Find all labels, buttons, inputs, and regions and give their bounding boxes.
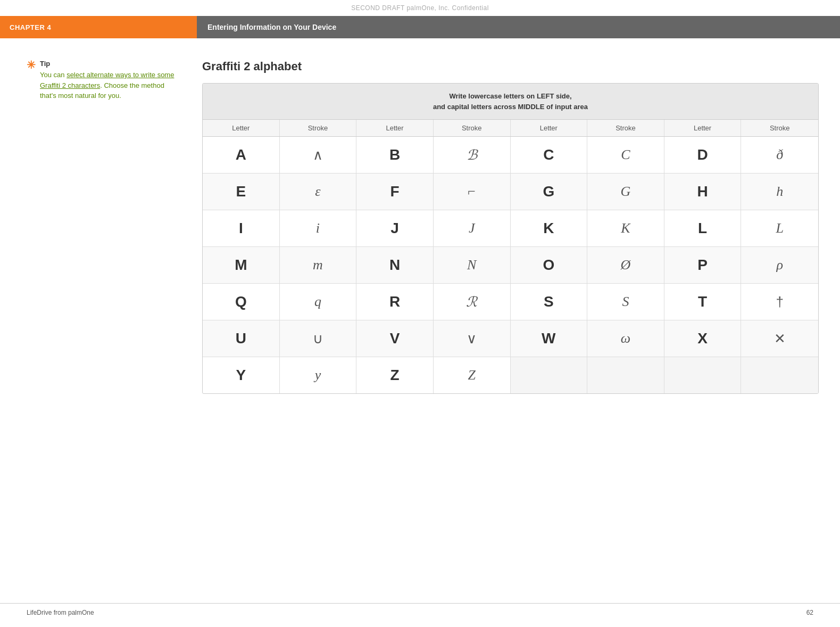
col-header-6: Letter (664, 120, 742, 136)
chapter-bar: CHAPTER 4 Entering Information on Your D… (0, 16, 840, 38)
cell-Z-letter: Z (356, 357, 434, 393)
cell-G-stroke: G (587, 174, 664, 210)
cell-Q-stroke: q (280, 284, 357, 320)
col-header-5: Stroke (587, 120, 664, 136)
cell-T-letter: T (664, 284, 742, 320)
cell-F-letter: F (356, 174, 434, 210)
cell-T-stroke: † (741, 284, 818, 320)
alphabet-table: Write lowercase letters on LEFT side, an… (202, 83, 819, 394)
cell-O-letter: O (511, 247, 588, 283)
cell-B-stroke: ℬ (434, 137, 511, 173)
sidebar: ✳ Tip You can select alternate ways to w… (0, 60, 197, 394)
cell-empty-1 (511, 357, 588, 393)
tip-asterisk-icon: ✳ (27, 59, 36, 71)
content-area: Graffiti 2 alphabet Write lowercase lett… (197, 60, 840, 394)
cell-K-stroke: K (587, 210, 664, 246)
cell-I-letter: I (203, 210, 280, 246)
table-row: Q q R ℛ S S T † (203, 284, 818, 320)
table-row: A ∧ B ℬ C C D ð (203, 137, 818, 174)
cell-B-letter: B (356, 137, 434, 173)
chapter-title: Entering Information on Your Device (197, 16, 840, 38)
cell-R-letter: R (356, 284, 434, 320)
col-header-7: Stroke (741, 120, 818, 136)
cell-U-stroke: ∪ (280, 320, 357, 357)
cell-M-letter: M (203, 247, 280, 283)
cell-N-letter: N (356, 247, 434, 283)
col-header-3: Stroke (434, 120, 511, 136)
cell-F-stroke: ⌐ (434, 174, 511, 210)
cell-S-letter: S (511, 284, 588, 320)
cell-S-stroke: S (587, 284, 664, 320)
footer-left: LifeDrive from palmOne (27, 609, 94, 616)
cell-C-letter: C (511, 137, 588, 173)
cell-M-stroke: m (280, 247, 357, 283)
col-header-1: Stroke (280, 120, 357, 136)
cell-L-stroke: L (741, 210, 818, 246)
cell-Y-stroke: y (280, 357, 357, 393)
cell-Q-letter: Q (203, 284, 280, 320)
col-header-0: Letter (203, 120, 280, 136)
tip-link[interactable]: select alternate ways to write some Graf… (40, 71, 174, 89)
tip-label: Tip (40, 60, 181, 68)
cell-W-letter: W (511, 320, 588, 357)
cell-X-stroke: ✕ (741, 320, 818, 357)
cell-J-letter: J (356, 210, 434, 246)
cell-H-stroke: h (741, 174, 818, 210)
cell-A-stroke: ∧ (280, 137, 357, 173)
cell-empty-4 (741, 357, 818, 393)
table-row: M m N N O Ø P ρ (203, 247, 818, 284)
header-line2: and capital letters across MIDDLE of inp… (433, 103, 588, 111)
col-header-4: Letter (511, 120, 588, 136)
cell-V-letter: V (356, 320, 434, 357)
section-title: Graffiti 2 alphabet (202, 60, 819, 73)
cell-P-stroke: ρ (741, 247, 818, 283)
cell-E-stroke: ε (280, 174, 357, 210)
cell-O-stroke: Ø (587, 247, 664, 283)
main-content: ✳ Tip You can select alternate ways to w… (0, 38, 840, 394)
tip-content: Tip You can select alternate ways to wri… (40, 60, 181, 101)
cell-K-letter: K (511, 210, 588, 246)
cell-Z-stroke: Z (434, 357, 511, 393)
cell-D-letter: D (664, 137, 742, 173)
cell-E-letter: E (203, 174, 280, 210)
tip-container: ✳ Tip You can select alternate ways to w… (27, 60, 181, 101)
cell-L-letter: L (664, 210, 742, 246)
table-row: E ε F ⌐ G G H h (203, 174, 818, 210)
cell-P-letter: P (664, 247, 742, 283)
footer-right: 62 (806, 609, 813, 616)
col-headers: Letter Stroke Letter Stroke Letter Strok… (203, 119, 818, 137)
cell-X-letter: X (664, 320, 742, 357)
cell-W-stroke: ω (587, 320, 664, 357)
cell-H-letter: H (664, 174, 742, 210)
cell-A-letter: A (203, 137, 280, 173)
page-footer: LifeDrive from palmOne 62 (0, 603, 840, 616)
watermark: SECOND DRAFT palmOne, Inc. Confidential (0, 0, 840, 14)
cell-Y-letter: Y (203, 357, 280, 393)
cell-N-stroke: N (434, 247, 511, 283)
header-line1: Write lowercase letters on LEFT side, (449, 92, 571, 100)
cell-U-letter: U (203, 320, 280, 357)
table-row: U ∪ V ∨ W ω X ✕ (203, 320, 818, 357)
cell-C-stroke: C (587, 137, 664, 173)
cell-I-stroke: i (280, 210, 357, 246)
cell-J-stroke: J (434, 210, 511, 246)
table-header-note: Write lowercase letters on LEFT side, an… (203, 84, 818, 119)
col-header-2: Letter (356, 120, 434, 136)
cell-empty-3 (664, 357, 742, 393)
tip-text: You can select alternate ways to write s… (40, 70, 181, 101)
cell-D-stroke: ð (741, 137, 818, 173)
cell-empty-2 (587, 357, 664, 393)
table-row: I i J J K K L L (203, 210, 818, 247)
cell-R-stroke: ℛ (434, 284, 511, 320)
table-row: Y y Z Z (203, 357, 818, 393)
cell-G-letter: G (511, 174, 588, 210)
cell-V-stroke: ∨ (434, 320, 511, 357)
chapter-label: CHAPTER 4 (0, 16, 197, 38)
